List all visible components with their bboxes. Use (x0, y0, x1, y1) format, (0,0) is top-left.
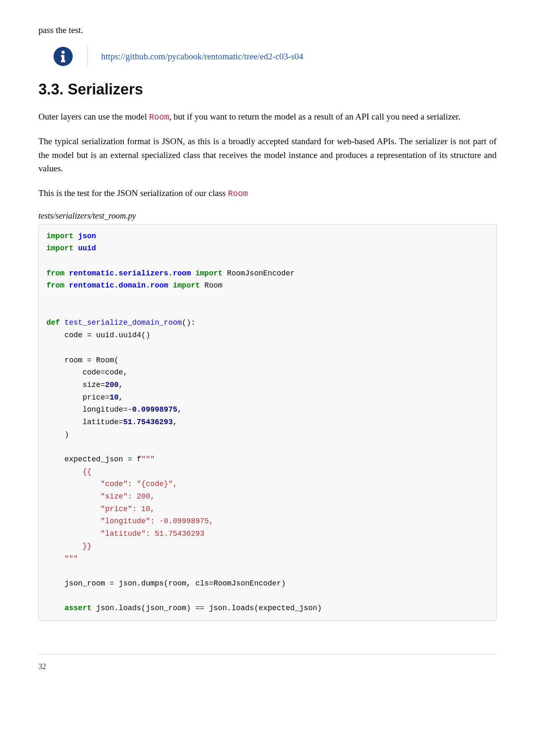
info-icon (54, 47, 73, 66)
str: }} (46, 542, 92, 550)
code-listing: import json import uuid from rentomatic.… (38, 224, 497, 621)
kw-import: import (46, 232, 74, 240)
mod-path: rentomatic.serializers.room (69, 269, 191, 277)
inline-code-room: Room (149, 112, 169, 122)
code-line: json.loads(json_room) == json.loads(expe… (92, 604, 322, 612)
str: "longitude": -0.09998975, (46, 517, 214, 525)
info-callout: https://github.com/pycabook/rentomatic/t… (38, 46, 497, 67)
kw-from: from (46, 269, 64, 277)
paragraph-2: The typical serialization format is JSON… (38, 135, 497, 176)
para3-text-a: This is the test for the JSON serializat… (38, 188, 228, 198)
code-line: , (173, 418, 177, 426)
code-line: code=code, (46, 368, 127, 377)
str: """ (46, 555, 78, 563)
str: "price": 10, (46, 505, 155, 513)
code-line: expected_json = f (46, 455, 141, 463)
str: {{ (46, 468, 92, 476)
num: 0.09998975 (132, 405, 177, 414)
code-line: latitude= (46, 418, 123, 426)
code-line: , (177, 405, 182, 414)
github-link[interactable]: https://github.com/pycabook/rentomatic/t… (101, 51, 303, 62)
kw-from: from (46, 281, 64, 290)
code-line: size= (46, 381, 105, 389)
code-line: code = uuid.uuid4() (46, 331, 150, 339)
code-line: , (119, 381, 123, 389)
footer-divider: 32 (38, 654, 497, 671)
code-line: , (119, 393, 123, 402)
kw-assert: assert (64, 604, 92, 612)
str: "latitude": 51.75436293 (46, 529, 204, 538)
mod-uuid: uuid (78, 244, 96, 252)
num: 51.75436293 (123, 418, 173, 426)
page-number: 32 (38, 662, 46, 671)
mod-json: json (78, 232, 96, 240)
fn-parens: (): (182, 318, 195, 327)
info-divider (87, 46, 88, 66)
import-name: Room (200, 281, 222, 290)
paragraph-1: Outer layers can use the model Room, but… (38, 110, 497, 124)
kw-import: import (46, 244, 74, 252)
fn-name: test_serialize_domain_room (64, 318, 182, 327)
para1-text-b: , but if you want to return the model as… (169, 112, 461, 122)
code-line: room = Room( (46, 356, 119, 364)
code-listing-title: tests/serializers/test_room.py (38, 211, 497, 221)
para1-text-a: Outer layers can use the model (38, 112, 149, 122)
num: 200 (105, 381, 118, 389)
section-heading: 3.3. Serializers (38, 81, 497, 98)
mod-path: rentomatic.domain.room (69, 281, 168, 290)
str: "code": "{code}", (46, 480, 177, 488)
code-line: ) (46, 430, 69, 439)
leading-text: pass the test. (38, 25, 497, 36)
code-line: longitude=- (46, 405, 132, 414)
code-line: json_room = json.dumps(room, cls=RoomJso… (46, 579, 286, 588)
import-name: RoomJsonEncoder (222, 269, 295, 277)
num: 10 (110, 393, 119, 402)
inline-code-room-2: Room (228, 189, 248, 199)
str: """ (141, 455, 155, 463)
kw-import: import (173, 281, 200, 290)
paragraph-3: This is the test for the JSON serializat… (38, 186, 497, 200)
kw-import: import (196, 269, 223, 277)
code-line: price= (46, 393, 110, 402)
str: "size": 200, (46, 492, 155, 501)
kw-def: def (46, 318, 60, 327)
